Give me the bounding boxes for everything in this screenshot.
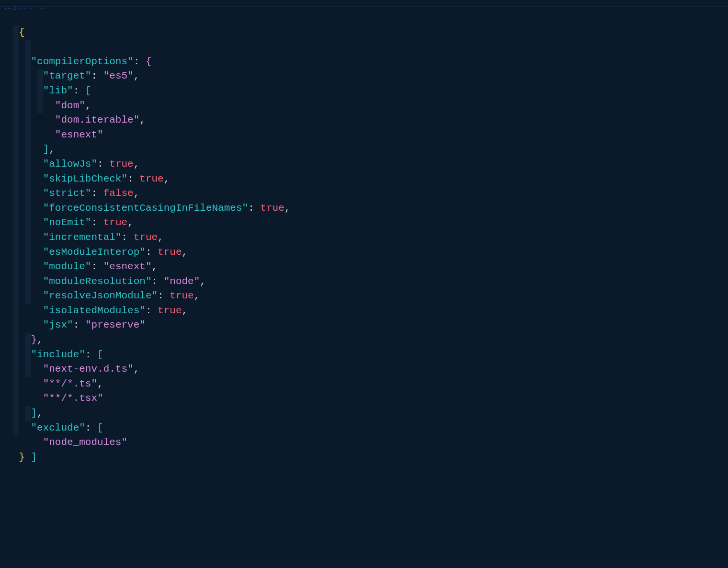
json-bool: true	[260, 203, 284, 214]
json-string: "node"	[164, 276, 200, 287]
json-string: "**/*.tsx"	[43, 393, 103, 404]
json-string: "preserve"	[85, 319, 146, 330]
json-key: "forceConsistentCasingInFileNames"	[43, 203, 248, 214]
json-string: "esnext"	[103, 261, 152, 272]
code-line: "dom.iterable",	[0, 84, 728, 99]
json-key: "isolatedModules"	[43, 305, 146, 316]
json-bool: true	[139, 173, 163, 184]
code-line: "node_modules"	[0, 406, 728, 421]
json-string: "dom"	[55, 100, 85, 111]
json-bool: true	[134, 232, 158, 243]
json-string: "node_modules"	[43, 437, 127, 448]
code-line: "**/*.ts",	[0, 348, 728, 363]
json-key: "incremental"	[43, 232, 122, 243]
json-key: "jsx"	[43, 319, 73, 330]
json-key: "esModuleInterop"	[43, 247, 146, 258]
json-bool: false	[103, 188, 134, 199]
json-string: "**/*.ts"	[43, 378, 97, 389]
code-line: "exclude": [	[0, 391, 728, 406]
code-line: "skipLibCheck": true,	[0, 142, 728, 157]
json-key: "target"	[43, 70, 91, 81]
json-key: "lib"	[43, 85, 73, 96]
tab-bar: ...j... . ...	[0, 0, 728, 7]
json-string: "es5"	[103, 70, 134, 81]
code-line: {	[0, 11, 728, 25]
code-line: "allowJs": true,	[0, 128, 728, 143]
code-line: "esnext"	[0, 99, 728, 114]
json-key: "allowJs"	[43, 159, 97, 170]
json-key: "exclude"	[31, 422, 85, 433]
json-bool: true	[109, 159, 133, 170]
json-key: "compilerOptions"	[31, 56, 133, 67]
code-line: "compilerOptions": {	[0, 25, 728, 40]
json-key: "strict"	[43, 188, 91, 199]
json-string: "dom.iterable"	[55, 114, 139, 125]
json-key: "noEmit"	[43, 217, 91, 228]
json-key: "include"	[31, 349, 85, 360]
code-editor[interactable]: { "compilerOptions": { "target": "es5", …	[0, 7, 728, 450]
json-string: "esnext"	[55, 129, 103, 140]
json-bool: true	[170, 290, 193, 301]
json-key: "skipLibCheck"	[43, 173, 127, 184]
json-key: "moduleResolution"	[43, 276, 152, 287]
code-line: ]	[0, 421, 728, 436]
json-bool: true	[158, 247, 182, 258]
json-key: "resolveJsonModule"	[43, 290, 158, 301]
code-line: "next-env.d.ts",	[0, 333, 728, 348]
json-bool: true	[158, 305, 182, 316]
json-string: "next-env.d.ts"	[43, 364, 134, 375]
code-line: "target": "es5",	[0, 40, 728, 55]
json-bool: true	[103, 217, 127, 228]
code-line: ],	[0, 377, 728, 392]
json-key: "module"	[43, 261, 91, 272]
